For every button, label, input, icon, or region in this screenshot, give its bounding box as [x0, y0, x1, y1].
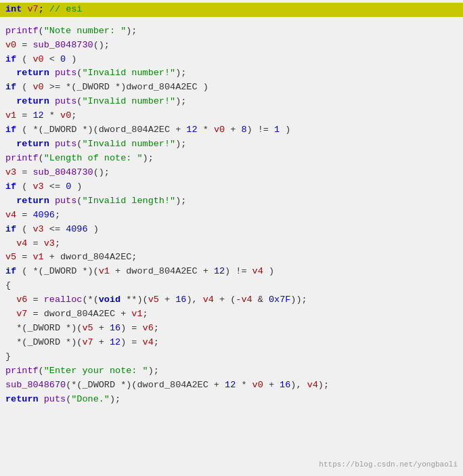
code-line: return puts("Invalid number!"); [0, 66, 463, 81]
code-line: *(_DWORD *)(v5 + 16) = v6; [0, 322, 463, 336]
code-line: int v7; // esi [0, 3, 463, 17]
code-line: *(_DWORD *)(v7 + 12) = v4; [0, 336, 463, 350]
code-line: if ( v3 <= 4096 ) [0, 223, 463, 237]
code-line: v6 = realloc(*(void **)(v5 + 16), v4 + (… [0, 293, 463, 307]
code-line: return puts("Done."); [0, 393, 463, 407]
code-line: sub_8048670(*(_DWORD *)(dword_804A2EC + … [0, 378, 463, 393]
code-container: int v7; // esi printf("Note number: ");v… [0, 0, 463, 476]
code-line: v3 = sub_8048730(); [0, 166, 463, 180]
code-line: { [0, 279, 463, 293]
code-line: if ( v0 < 0 ) [0, 53, 463, 67]
code-block: int v7; // esi printf("Note number: ");v… [0, 3, 463, 407]
code-line: return puts("Invalid number!"); [0, 95, 463, 109]
code-line: if ( *(_DWORD *)(v1 + dword_804A2EC + 12… [0, 265, 463, 279]
code-line: v4 = v3; [0, 237, 463, 251]
code-line: return puts("Invalid length!"); [0, 194, 463, 209]
code-line: printf("Enter your note: "); [0, 364, 463, 378]
code-line: v4 = 4096; [0, 209, 463, 223]
code-line: return puts("Invalid number!"); [0, 137, 463, 152]
code-line: v1 = 12 * v0; [0, 109, 463, 123]
code-line: v0 = sub_8048730(); [0, 39, 463, 53]
code-line: printf("Note number: "); [0, 24, 463, 39]
code-line: v7 = dword_804A2EC + v1; [0, 307, 463, 322]
code-line: } [0, 350, 463, 364]
watermark: https://blog.csdn.net/yongbaoli [319, 459, 458, 471]
code-line: if ( v3 <= 0 ) [0, 180, 463, 194]
code-line: if ( *(_DWORD *)(dword_804A2EC + 12 * v0… [0, 123, 463, 137]
code-line [0, 17, 463, 24]
code-line: v5 = v1 + dword_804A2EC; [0, 251, 463, 265]
code-line: if ( v0 >= *(_DWORD *)dword_804A2EC ) [0, 81, 463, 95]
code-line: printf("Length of note: "); [0, 152, 463, 166]
